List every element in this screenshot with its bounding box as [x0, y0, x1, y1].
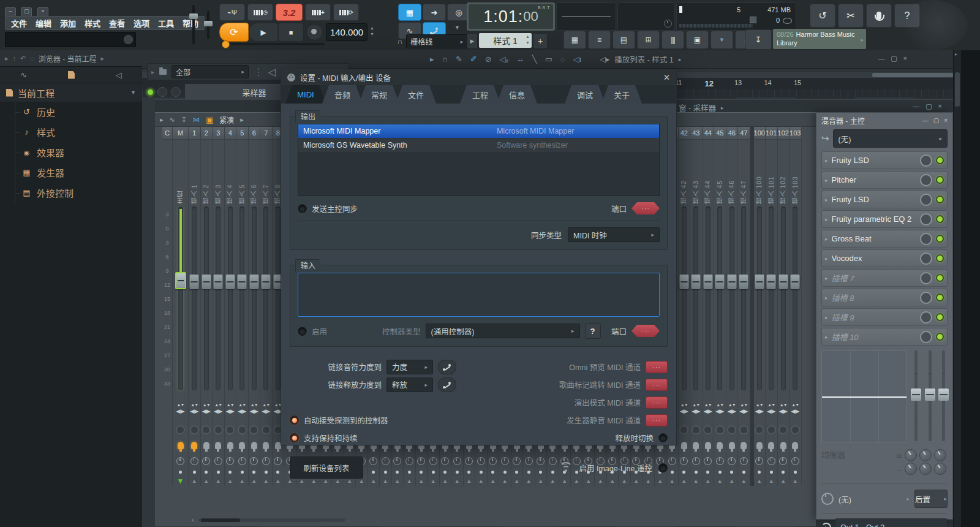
- mixer-hscrollbar[interactable]: ‹: [192, 517, 345, 523]
- track-arm-icon[interactable]: [793, 476, 798, 486]
- track-dot[interactable]: [241, 468, 244, 476]
- track-arm-icon[interactable]: [203, 476, 209, 486]
- fx-slot[interactable]: [227, 437, 233, 454]
- track-dot[interactable]: [794, 468, 797, 476]
- track-dot[interactable]: [695, 468, 698, 476]
- track-fader[interactable]: [766, 204, 777, 394]
- track-name[interactable]: 插入 7: [260, 140, 272, 204]
- track-knob[interactable]: [727, 422, 736, 437]
- fx-slot[interactable]: [756, 437, 763, 454]
- mixer-track-strip[interactable]: 102 插入 102 ▲▼◀▶: [778, 127, 790, 486]
- mixer-track-strip[interactable]: M 主控 ▲▼◀▶: [173, 127, 189, 486]
- track-number[interactable]: 2: [201, 127, 213, 140]
- track-name[interactable]: 插入 42: [679, 140, 690, 204]
- up-arrow-icon[interactable]: ↑: [13, 55, 17, 62]
- track-clock[interactable]: [704, 454, 712, 468]
- track-number[interactable]: M: [173, 127, 188, 140]
- settings-tab[interactable]: 音频: [322, 85, 363, 104]
- slot-mix-knob[interactable]: [920, 213, 932, 226]
- mute-tool-icon[interactable]: ◁ₓ: [500, 55, 508, 64]
- link-note-button[interactable]: [438, 360, 456, 374]
- search-icon[interactable]: ◌: [30, 55, 34, 62]
- chevron-right-icon[interactable]: ▸: [240, 116, 244, 124]
- fader-thumb[interactable]: [238, 275, 247, 289]
- mixer-track-strip[interactable]: 4 插入 4 ▲▼◀▶: [225, 127, 237, 486]
- main-pitch-slider[interactable]: [207, 11, 209, 39]
- refresh-device-list-button[interactable]: 刷新设备列表: [290, 457, 363, 479]
- track-name[interactable]: 插入 44: [703, 140, 714, 204]
- metronome-button[interactable]: ◷: [247, 4, 273, 21]
- crossfade-icon[interactable]: ⋈: [193, 116, 200, 124]
- back-icon[interactable]: ↶: [20, 55, 26, 63]
- tree-item[interactable]: 外接控制: [0, 183, 142, 203]
- slot-enable-led[interactable]: [936, 176, 944, 184]
- slot-mix-knob[interactable]: [920, 331, 932, 343]
- restore-icon[interactable]: ▢: [21, 7, 32, 17]
- stereo-sep-arrows-icon[interactable]: ▲▼: [203, 402, 210, 408]
- waveform-tab-icon[interactable]: ∿: [20, 70, 27, 80]
- toggle-on-release-radio[interactable]: [658, 433, 668, 442]
- stereo-sep-arrows-icon[interactable]: ▲▼: [214, 402, 222, 408]
- track-clock[interactable]: [226, 454, 234, 468]
- fx-slot[interactable]: [251, 437, 257, 454]
- settings-tab[interactable]: 工程: [460, 85, 500, 104]
- track-arm-icon[interactable]: [756, 476, 762, 486]
- track-fader[interactable]: [790, 204, 801, 394]
- track-fader[interactable]: [690, 204, 702, 394]
- hand-tool-icon[interactable]: ∿: [170, 116, 175, 124]
- track-knob[interactable]: [262, 422, 271, 437]
- track-clock[interactable]: [740, 454, 748, 468]
- tempo-display[interactable]: 140.000▲▼: [326, 23, 368, 41]
- track-clock[interactable]: [692, 454, 700, 468]
- pan-arrows-icon[interactable]: ◀▶: [190, 408, 198, 415]
- track-clock[interactable]: [262, 454, 270, 468]
- track-name[interactable]: 插入 1: [189, 140, 200, 204]
- effect-slot-name[interactable]: 插槽 7: [832, 272, 916, 284]
- mixer-track-strip[interactable]: 100 插入 100 ▲▼◀▶: [754, 127, 766, 486]
- minimize-icon[interactable]: —: [913, 102, 919, 110]
- pan-arrows-icon[interactable]: ◀▶: [791, 408, 799, 415]
- slip-tool-icon[interactable]: ↔: [516, 55, 524, 64]
- mixer-track-strip[interactable]: 2 插入 2 ▲▼◀▶: [201, 127, 213, 486]
- pattern-add-button[interactable]: +: [533, 33, 548, 49]
- tree-item[interactable]: 样式: [0, 122, 142, 142]
- effect-slot[interactable]: ▸ Fruity LSD: [821, 151, 948, 169]
- spectrum-display[interactable]: [617, 2, 675, 31]
- mixer-track-strip[interactable]: 5 插入 5 ▲▼◀▶: [236, 127, 249, 486]
- fader-thumb[interactable]: [715, 275, 725, 289]
- speaker-tab-icon[interactable]: ◁: [116, 70, 122, 80]
- pan-arrows-icon[interactable]: ◀▶: [202, 408, 211, 415]
- settings-tab[interactable]: MIDI: [285, 85, 326, 104]
- menu-item[interactable]: 工具: [154, 17, 178, 29]
- fader-thumb[interactable]: [225, 275, 235, 289]
- track-fader[interactable]: [703, 204, 714, 394]
- chevron-right-icon[interactable]: ▸: [825, 236, 828, 242]
- effect-slot-name[interactable]: Fruity LSD: [832, 195, 916, 204]
- fx-slot[interactable]: [681, 437, 687, 454]
- track-knob[interactable]: [767, 422, 776, 437]
- track-number[interactable]: 42: [679, 127, 690, 140]
- fader-thumb[interactable]: [692, 275, 701, 289]
- effect-slot-name[interactable]: 插槽 9: [832, 311, 916, 323]
- track-dot[interactable]: [217, 468, 220, 476]
- effect-slot-name[interactable]: Pitcher: [832, 175, 916, 184]
- fx-slot[interactable]: [693, 437, 699, 454]
- track-number[interactable]: 7: [260, 127, 272, 140]
- slot-mix-knob[interactable]: [920, 174, 932, 186]
- track-arm-icon[interactable]: [275, 476, 281, 486]
- hold-sustain-radio[interactable]: [290, 433, 299, 442]
- slot-mix-knob[interactable]: [920, 252, 932, 265]
- track-arm-icon[interactable]: [192, 476, 197, 486]
- effect-slot[interactable]: ▸ Vocodex: [821, 249, 948, 267]
- track-clock[interactable]: [755, 454, 763, 468]
- close-icon[interactable]: ×: [903, 55, 907, 63]
- fader-thumb[interactable]: [703, 275, 712, 289]
- chevron-right-icon[interactable]: ▸: [160, 116, 164, 124]
- track-clock[interactable]: [779, 454, 787, 468]
- stereo-sep-arrows-icon[interactable]: ▲▼: [728, 402, 736, 408]
- track-name[interactable]: 插入 103: [790, 140, 801, 204]
- pan-arrows-icon[interactable]: ◀▶: [728, 408, 736, 415]
- layout-square-icon[interactable]: ▣: [206, 115, 213, 124]
- slot-enable-led[interactable]: [936, 333, 944, 341]
- pan-arrows-icon[interactable]: ◀▶: [704, 408, 712, 415]
